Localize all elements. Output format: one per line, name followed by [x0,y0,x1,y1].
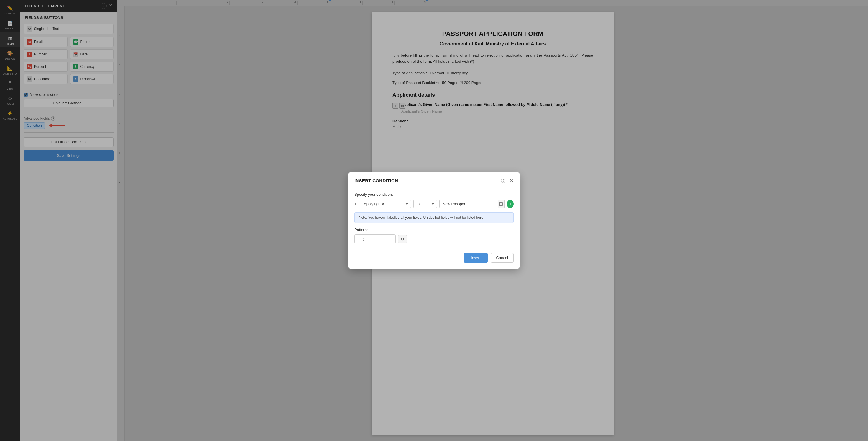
modal-overlay[interactable]: INSERT CONDITION ? ✕ Specify your condit… [0,0,868,441]
modal-close-button[interactable]: ✕ [509,177,514,184]
modal-help-icon[interactable]: ? [501,178,506,183]
cancel-button[interactable]: Cancel [491,253,514,263]
condition-expand-button[interactable] [498,200,504,208]
pattern-row: ↻ [354,234,514,243]
specify-condition-label: Specify your condition: [354,192,514,197]
condition-operator-select[interactable]: Is Is not Contains [413,200,437,208]
condition-add-button[interactable]: + [507,200,514,208]
pattern-input[interactable] [354,234,396,243]
modal-footer: Insert Cancel [348,253,520,269]
condition-field-select[interactable]: Applying for Type of Application Gender [361,200,411,208]
condition-row: 1 Applying for Type of Application Gende… [354,200,514,208]
svg-rect-24 [500,203,502,205]
insert-button[interactable]: Insert [464,253,488,263]
modal-header: INSERT CONDITION ? ✕ [348,172,520,188]
pattern-refresh-button[interactable]: ↻ [398,235,407,243]
modal-header-icons: ? ✕ [501,177,514,184]
insert-condition-modal: INSERT CONDITION ? ✕ Specify your condit… [348,172,520,269]
condition-note-box: Note: You haven't labelled all your fiel… [354,212,514,223]
modal-title: INSERT CONDITION [354,178,398,183]
condition-number: 1 [354,202,358,206]
modal-body: Specify your condition: 1 Applying for T… [348,188,520,253]
condition-value-input[interactable] [439,200,495,208]
pattern-label: Pattern: [354,228,514,232]
